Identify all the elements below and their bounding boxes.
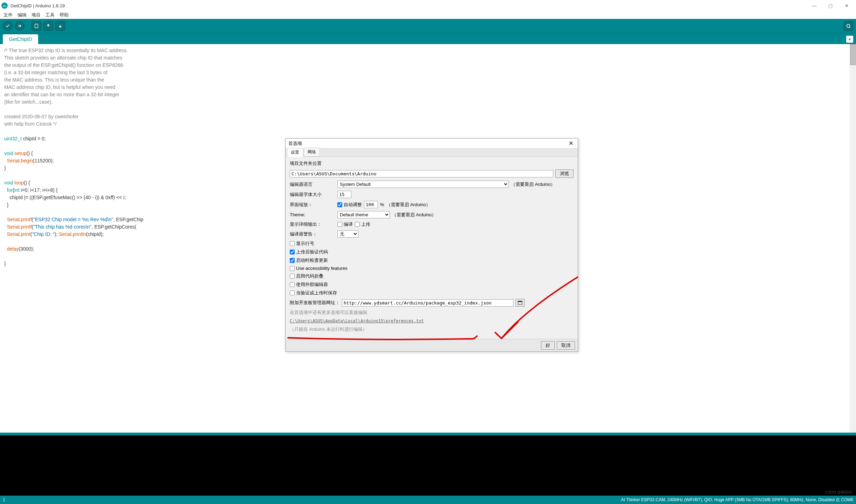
tab-menu-button[interactable]: ▼ <box>846 36 853 43</box>
language-select[interactable]: System Default <box>337 181 509 188</box>
theme-label: Theme: <box>290 212 335 217</box>
verbose-compile-checkbox[interactable] <box>337 222 342 227</box>
serial-monitor-button[interactable] <box>843 21 853 31</box>
accessibility-checkbox[interactable] <box>290 266 295 271</box>
tab-settings[interactable]: 设置 <box>287 148 303 157</box>
warnings-label: 编译器警告： <box>290 231 335 237</box>
console-output <box>0 433 856 496</box>
status-board-info: AI Thinker ESP32-CAM, 240MHz (WiFi/BT), … <box>621 497 853 503</box>
ok-button[interactable]: 好 <box>541 341 555 350</box>
menu-project[interactable]: 项目 <box>29 12 43 18</box>
code-folding-checkbox[interactable] <box>290 274 295 279</box>
menubar: 文件 编辑 项目 工具 帮助 <box>0 11 856 19</box>
menu-file[interactable]: 文件 <box>1 12 15 18</box>
dialog-title: 首选项 <box>288 140 302 147</box>
more-prefs-hint: 在首选项中还有更多选项可以直接编辑 <box>290 309 367 316</box>
verify-button[interactable] <box>3 21 13 31</box>
cancel-button[interactable]: 取消 <box>557 341 575 350</box>
theme-hint: （需要重启 Arduino） <box>392 212 436 218</box>
language-label: 编辑器语言 <box>290 181 335 188</box>
warnings-select[interactable]: 无 <box>337 230 358 238</box>
browse-button[interactable]: 浏览 <box>555 169 574 178</box>
scale-auto-checkbox[interactable] <box>337 202 342 207</box>
tab-network[interactable]: 网络 <box>304 148 320 156</box>
close-button[interactable]: ✕ <box>839 0 855 11</box>
verbose-upload-checkbox[interactable] <box>355 222 360 227</box>
new-button[interactable] <box>31 21 41 31</box>
statusbar: 1 AI Thinker ESP32-CAM, 240MHz (WiFi/BT)… <box>0 496 856 504</box>
theme-select[interactable]: Default theme <box>337 211 390 218</box>
dialog-tabs: 设置 网络 <box>286 148 578 157</box>
tabstrip: GetChipID ▼ <box>0 33 856 44</box>
font-size-label: 编辑器字体大小 <box>290 191 335 198</box>
dialog-titlebar: 首选项 ✕ <box>286 139 578 148</box>
open-button[interactable] <box>43 21 53 31</box>
status-line-number: 1 <box>3 497 5 502</box>
verbose-label: 显示详细输出： <box>290 221 335 227</box>
menu-edit[interactable]: 编辑 <box>15 12 29 18</box>
check-update-checkbox[interactable] <box>290 258 295 263</box>
upload-button[interactable] <box>15 21 24 31</box>
window-title: GetChipID | Arduino 1.8.19 <box>10 3 65 8</box>
sketch-location-label: 项目文件夹位置 <box>290 160 322 167</box>
edit-hint: （只能在 Arduino 未运行时进行编辑） <box>290 326 367 332</box>
external-editor-checkbox[interactable] <box>290 282 295 287</box>
save-on-verify-checkbox[interactable] <box>290 290 295 295</box>
window-titlebar: ∞ GetChipID | Arduino 1.8.19 — ▢ ✕ <box>0 0 856 11</box>
verify-upload-checkbox[interactable] <box>290 250 295 254</box>
editor-scrollbar[interactable] <box>850 44 856 433</box>
svg-rect-0 <box>35 24 38 28</box>
preferences-dialog: 首选项 ✕ 设置 网络 项目文件夹位置 浏览 编辑器语言 System Defa… <box>285 138 578 352</box>
boards-url-input[interactable] <box>342 299 513 307</box>
font-size-input[interactable] <box>337 191 351 198</box>
toolbar <box>0 19 856 33</box>
prefs-file-link[interactable]: C:\Users\ASUS\AppData\Local\Arduino15\pr… <box>290 318 424 323</box>
app-icon: ∞ <box>1 2 8 9</box>
maximize-button[interactable]: ▢ <box>822 0 839 11</box>
save-button[interactable] <box>55 21 65 31</box>
menu-tools[interactable]: 工具 <box>43 12 57 18</box>
scroll-thumb[interactable] <box>850 44 856 65</box>
scale-label: 界面缩放： <box>290 202 335 208</box>
boards-url-expand-button[interactable] <box>515 299 525 307</box>
scale-hint: （需要重启 Arduino） <box>386 202 430 208</box>
boards-url-label: 附加开发板管理器网址： <box>290 300 340 306</box>
watermark: CSDN @模拟IC <box>825 490 853 495</box>
svg-rect-3 <box>518 301 522 302</box>
dialog-close-button[interactable]: ✕ <box>567 139 575 148</box>
svg-point-1 <box>847 24 850 28</box>
line-numbers-checkbox[interactable] <box>290 241 295 246</box>
language-hint: （需要重启 Arduino） <box>511 181 555 188</box>
sketch-location-input[interactable] <box>290 170 553 177</box>
scale-value-input[interactable] <box>364 201 378 208</box>
menu-help[interactable]: 帮助 <box>57 12 71 18</box>
minimize-button[interactable]: — <box>806 0 822 11</box>
tab-getchipid[interactable]: GetChipID <box>3 34 38 44</box>
